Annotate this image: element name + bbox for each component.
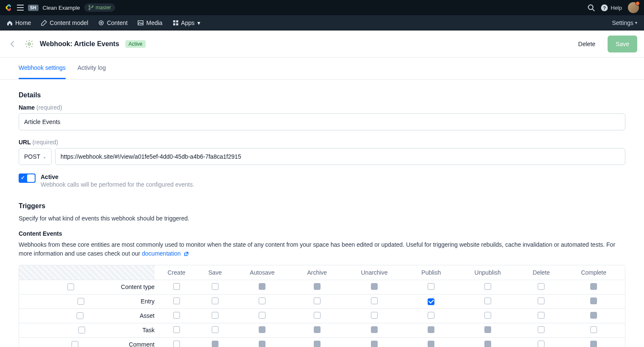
event-checkbox[interactable] — [428, 283, 434, 290]
event-checkbox — [484, 341, 491, 347]
documentation-link[interactable]: documentation — [142, 250, 189, 257]
nav-apps[interactable]: Apps ▾ — [173, 19, 200, 26]
svg-text:?: ? — [603, 5, 606, 10]
svg-point-9 — [28, 43, 30, 45]
event-checkbox[interactable] — [371, 297, 378, 304]
nav-content[interactable]: Content — [98, 19, 127, 26]
url-label: URL (required) — [19, 139, 625, 146]
event-checkbox — [590, 341, 597, 347]
event-checkbox[interactable] — [314, 312, 321, 319]
event-checkbox[interactable] — [259, 297, 265, 304]
event-checkbox[interactable] — [212, 312, 218, 319]
http-method-select[interactable]: POST ⌄ — [19, 148, 52, 165]
nav-media[interactable]: Media — [138, 19, 162, 26]
content-events-description: Webhooks from these core entities are mo… — [19, 240, 625, 258]
event-checkbox — [484, 326, 491, 333]
caret-down-icon: ▾ — [197, 19, 200, 26]
event-checkbox — [259, 341, 265, 347]
event-checkbox[interactable] — [484, 297, 491, 304]
navbar: Home Content model Content Media Apps ▾ … — [0, 15, 644, 30]
row-checkbox[interactable] — [77, 312, 83, 319]
triggers-heading: Triggers — [19, 202, 625, 210]
event-checkbox — [371, 341, 378, 347]
details-heading: Details — [19, 91, 625, 99]
tab-webhook-settings[interactable]: Webhook settings — [19, 58, 66, 79]
event-checkbox — [590, 312, 597, 319]
nav-settings[interactable]: Settings ▾ — [612, 19, 637, 26]
event-checkbox[interactable] — [173, 312, 180, 319]
active-toggle[interactable]: ✓ — [19, 174, 36, 183]
tab-activity-log[interactable]: Activity log — [77, 58, 106, 79]
branch-label: master — [96, 5, 111, 11]
back-button[interactable] — [7, 38, 19, 50]
topbar: SH Clean Example master ? Help — [0, 0, 644, 15]
avatar[interactable] — [628, 2, 639, 13]
table-corner — [19, 265, 155, 280]
nav-label: Apps — [181, 19, 195, 26]
table-header: Publish — [407, 265, 455, 280]
row-label: Entry — [141, 298, 155, 305]
event-checkbox — [259, 326, 265, 333]
http-method-label: POST — [24, 153, 40, 160]
row-checkbox[interactable] — [72, 341, 78, 347]
nav-label: Media — [146, 19, 162, 26]
event-checkbox[interactable] — [538, 297, 544, 304]
row-label: Comment — [129, 341, 155, 347]
event-checkbox — [428, 326, 434, 333]
svg-rect-5 — [173, 20, 175, 22]
event-checkbox[interactable] — [212, 326, 218, 333]
event-checkbox[interactable] — [371, 312, 378, 319]
save-button[interactable]: Save — [608, 36, 637, 52]
event-checkbox[interactable] — [428, 298, 434, 305]
row-label: Asset — [140, 312, 155, 319]
space-name[interactable]: Clean Example — [43, 5, 80, 11]
status-badge: Active — [125, 40, 146, 48]
active-label: Active — [41, 174, 194, 180]
menu-icon[interactable] — [17, 5, 24, 11]
event-checkbox[interactable] — [212, 297, 218, 304]
event-checkbox — [314, 326, 321, 333]
help-button[interactable]: ? Help — [601, 4, 622, 11]
event-checkbox[interactable] — [212, 283, 218, 290]
event-checkbox — [314, 283, 321, 290]
event-checkbox[interactable] — [538, 312, 544, 319]
event-checkbox[interactable] — [314, 297, 321, 304]
app-logo[interactable] — [5, 4, 13, 11]
delete-button[interactable]: Delete — [570, 36, 603, 52]
page-header: Webhook: Article Events Active Delete Sa… — [0, 30, 644, 58]
event-checkbox[interactable] — [259, 312, 265, 319]
page-title: Webhook: Article Events — [40, 40, 119, 48]
event-checkbox[interactable] — [484, 283, 491, 290]
search-icon[interactable] — [588, 4, 595, 11]
nav-label: Content — [107, 19, 127, 26]
event-checkbox — [259, 283, 265, 290]
table-header: Delete — [520, 265, 562, 280]
row-checkbox[interactable] — [67, 284, 74, 290]
event-checkbox[interactable] — [590, 326, 597, 333]
event-checkbox[interactable] — [428, 312, 434, 319]
name-input[interactable] — [19, 113, 625, 130]
table-row: Comment — [19, 337, 625, 347]
nav-label: Settings — [612, 19, 633, 26]
branch-pill[interactable]: master — [84, 3, 116, 12]
table-row: Asset — [19, 308, 625, 323]
event-checkbox[interactable] — [538, 341, 544, 347]
table-header: Unarchive — [341, 265, 407, 280]
event-checkbox[interactable] — [173, 326, 180, 333]
row-checkbox[interactable] — [77, 298, 84, 305]
event-checkbox[interactable] — [173, 297, 180, 304]
event-checkbox[interactable] — [538, 326, 544, 333]
event-checkbox[interactable] — [173, 283, 180, 290]
svg-rect-7 — [173, 23, 175, 25]
nav-home[interactable]: Home — [7, 19, 31, 26]
event-checkbox[interactable] — [484, 312, 491, 319]
url-input[interactable] — [55, 148, 625, 165]
table-header: Archive — [293, 265, 341, 280]
nav-content-model[interactable]: Content model — [41, 19, 88, 26]
event-checkbox[interactable] — [538, 283, 544, 290]
row-checkbox[interactable] — [78, 327, 85, 333]
tabs: Webhook settings Activity log — [0, 58, 644, 80]
event-checkbox — [314, 341, 321, 347]
event-checkbox[interactable] — [173, 341, 180, 347]
help-icon: ? — [601, 4, 608, 11]
